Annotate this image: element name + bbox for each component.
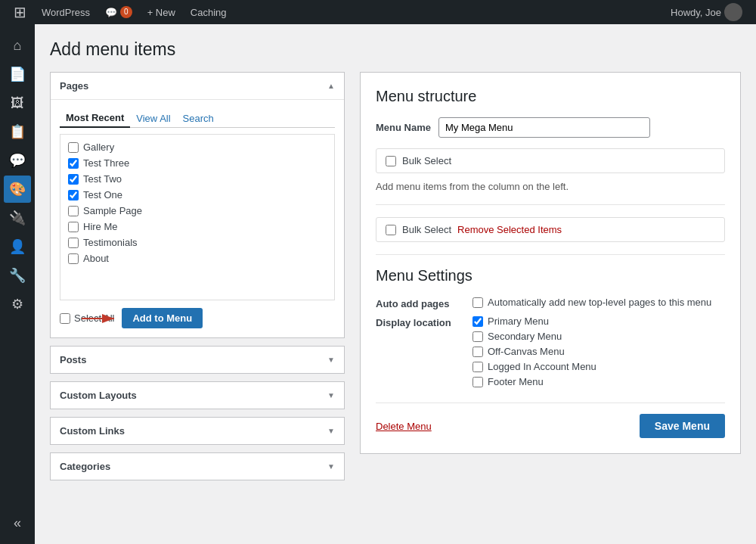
tab-view-all[interactable]: View All xyxy=(130,109,176,127)
right-panel: Menu structure Menu Name Bulk Select Add… xyxy=(360,72,741,454)
pages-footer: Select All xyxy=(60,308,335,328)
save-menu-button[interactable]: Save Menu xyxy=(640,414,725,438)
adminbar-user[interactable]: Howdy, Joe xyxy=(663,0,750,24)
menu-name-input[interactable] xyxy=(438,117,650,138)
list-item[interactable]: Testimonials xyxy=(60,235,334,250)
menu-settings-title: Menu Settings xyxy=(376,267,725,284)
custom-layouts-accordion-header[interactable]: Custom Layouts ▼ xyxy=(51,382,344,409)
sidebar-icon-media[interactable]: 🖼 xyxy=(4,89,31,117)
posts-accordion: Posts ▼ xyxy=(50,346,345,374)
test-two-checkbox[interactable] xyxy=(68,174,79,185)
adminbar-site-label: WordPress xyxy=(42,7,90,18)
test-three-checkbox[interactable] xyxy=(68,158,79,169)
custom-layouts-chevron-icon: ▼ xyxy=(327,391,335,399)
main-content: Add menu items Pages ▲ Most Recent View … xyxy=(35,24,756,544)
adminbar-site[interactable]: WordPress xyxy=(34,0,98,24)
about-checkbox[interactable] xyxy=(68,253,79,264)
display-location-label: Display location xyxy=(376,317,466,328)
test-one-label: Test One xyxy=(83,189,122,201)
adminbar-new-label: + New xyxy=(147,7,175,18)
hint-text: Add menu items from the column on the le… xyxy=(376,181,725,192)
footer-menu-checkbox[interactable] xyxy=(472,377,483,387)
pages-accordion-header[interactable]: Pages ▲ xyxy=(51,73,344,99)
gallery-checkbox[interactable] xyxy=(68,142,79,153)
list-item[interactable]: Test One xyxy=(60,187,334,203)
arrow-annotation xyxy=(78,307,119,330)
add-to-menu-button[interactable]: Add to Menu xyxy=(122,308,203,328)
test-one-checkbox[interactable] xyxy=(68,190,79,201)
custom-layouts-title: Custom Layouts xyxy=(60,390,137,401)
logged-in-menu-label: Logged In Account Menu xyxy=(488,361,596,372)
sample-page-label: Sample Page xyxy=(83,205,142,216)
auto-add-label: Auto add pages xyxy=(376,298,466,309)
sample-page-checkbox[interactable] xyxy=(68,206,79,216)
auto-add-checkbox-row: Automatically add new top-level pages to… xyxy=(472,297,711,308)
list-item[interactable]: Test Three xyxy=(60,155,334,171)
categories-accordion: Categories ▼ xyxy=(50,452,345,480)
primary-menu-row: Primary Menu xyxy=(472,316,596,327)
list-item[interactable]: About xyxy=(60,250,334,266)
testimonials-checkbox[interactable] xyxy=(68,238,79,248)
adminbar-new[interactable]: + New xyxy=(140,0,183,24)
bulk-select-top: Bulk Select xyxy=(376,148,725,173)
tab-most-recent[interactable]: Most Recent xyxy=(60,109,130,128)
menu-name-row: Menu Name xyxy=(376,117,725,138)
delete-menu-button[interactable]: Delete Menu xyxy=(376,421,432,432)
posts-chevron-icon: ▼ xyxy=(327,356,335,364)
auto-add-checkbox[interactable] xyxy=(472,297,483,308)
sidebar-icon-dashboard[interactable]: ⌂ xyxy=(4,32,31,59)
bulk-select-top-label: Bulk Select xyxy=(402,155,451,166)
left-panel: Pages ▲ Most Recent View All Search xyxy=(50,72,345,488)
logged-in-menu-checkbox[interactable] xyxy=(472,362,483,372)
sidebar-icon-pages[interactable]: 📋 xyxy=(4,118,31,145)
test-three-label: Test Three xyxy=(83,157,129,169)
comments-count: 0 xyxy=(120,6,132,18)
off-canvas-menu-label: Off-Canvas Menu xyxy=(488,346,565,357)
hire-me-label: Hire Me xyxy=(83,221,118,232)
sidebar-icon-comments[interactable]: 💬 xyxy=(4,147,31,174)
divider2 xyxy=(376,254,725,255)
bulk-select-top-checkbox[interactable] xyxy=(386,156,396,166)
logged-in-menu-row: Logged In Account Menu xyxy=(472,361,596,372)
adminbar-comments[interactable]: 💬 0 xyxy=(98,0,140,24)
menu-name-label: Menu Name xyxy=(376,122,431,133)
bulk-select-bottom-checkbox[interactable] xyxy=(386,225,396,235)
sidebar-icon-appearance[interactable]: 🎨 xyxy=(4,176,31,203)
adminbar-caching[interactable]: Caching xyxy=(183,0,234,24)
list-item[interactable]: Hire Me xyxy=(60,219,334,235)
off-canvas-menu-row: Off-Canvas Menu xyxy=(472,346,596,357)
posts-accordion-header[interactable]: Posts ▼ xyxy=(51,347,344,373)
pages-accordion: Pages ▲ Most Recent View All Search xyxy=(50,72,345,338)
admin-bar: ⊞ WordPress 💬 0 + New Caching Howdy, Joe xyxy=(0,0,756,24)
sidebar-icon-posts[interactable]: 📄 xyxy=(4,61,31,88)
custom-links-accordion: Custom Links ▼ xyxy=(50,417,345,445)
off-canvas-menu-checkbox[interactable] xyxy=(472,347,483,357)
sidebar-icon-plugins[interactable]: 🔌 xyxy=(4,204,31,232)
hire-me-checkbox[interactable] xyxy=(68,222,79,232)
sidebar-icon-collapse[interactable]: « xyxy=(4,509,31,536)
select-all-checkbox[interactable] xyxy=(60,313,70,324)
testimonials-label: Testimonials xyxy=(83,237,138,248)
gallery-label: Gallery xyxy=(83,141,114,153)
custom-links-accordion-header[interactable]: Custom Links ▼ xyxy=(51,418,344,444)
sidebar-icon-users[interactable]: 👤 xyxy=(4,233,31,260)
primary-menu-checkbox[interactable] xyxy=(472,316,483,327)
pages-list-wrap: Gallery Test Three Test Two xyxy=(60,134,335,300)
sidebar-icon-tools[interactable]: 🔧 xyxy=(4,262,31,289)
footer-menu-label: Footer Menu xyxy=(488,376,544,387)
categories-accordion-header[interactable]: Categories ▼ xyxy=(51,453,344,480)
panel-footer: Delete Menu Save Menu xyxy=(376,403,725,438)
posts-accordion-title: Posts xyxy=(60,354,86,365)
secondary-menu-checkbox[interactable] xyxy=(472,331,483,342)
custom-links-title: Custom Links xyxy=(60,425,125,437)
tab-search[interactable]: Search xyxy=(177,109,220,127)
remove-selected-button[interactable]: Remove Selected Items xyxy=(457,224,562,235)
adminbar-logo[interactable]: ⊞ xyxy=(6,0,34,24)
sidebar-icon-settings[interactable]: ⚙ xyxy=(4,291,31,318)
pages-accordion-body: Most Recent View All Search Gallery xyxy=(51,99,344,337)
adminbar-caching-label: Caching xyxy=(191,7,227,18)
list-item[interactable]: Gallery xyxy=(60,139,334,155)
list-item[interactable]: Sample Page xyxy=(60,203,334,219)
categories-chevron-icon: ▼ xyxy=(327,462,335,471)
list-item[interactable]: Test Two xyxy=(60,171,334,187)
